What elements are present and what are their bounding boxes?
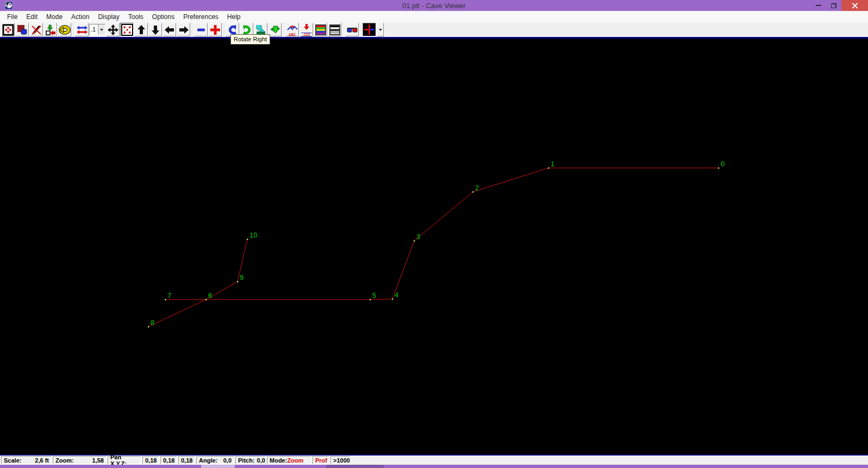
anaglyph-icon — [346, 24, 358, 36]
menu-item-preferences[interactable]: Preferences — [179, 11, 223, 22]
station-label: 7 — [167, 291, 171, 299]
menu-item-action[interactable]: Action — [67, 11, 93, 22]
pan-y-value: 0,18 — [163, 457, 174, 464]
move-down-button[interactable] — [148, 23, 162, 36]
status-zoom: Zoom: 1,58 — [53, 456, 107, 464]
mode-value: Zoom — [287, 457, 303, 464]
survey-shot — [473, 168, 548, 192]
window-title: 01.plt - Cave Viewer — [0, 2, 868, 10]
status-mode: Mode: Zoom — [267, 456, 311, 464]
bottom-strip — [0, 465, 868, 468]
pitch-label: Pitch: — [238, 457, 255, 464]
move-right-button[interactable] — [177, 23, 190, 36]
color-bands-button[interactable] — [314, 23, 327, 36]
pitch-value: 0,0 — [257, 457, 265, 464]
crosshair-button[interactable] — [363, 23, 376, 36]
station-marker — [237, 281, 238, 282]
bottom-strip-dark — [326, 465, 384, 468]
depth-value: >1000 — [333, 457, 350, 464]
pan-z-value: 0,18 — [181, 457, 192, 464]
pan-button[interactable] — [106, 23, 120, 36]
menu-item-file[interactable]: File — [3, 11, 22, 22]
shapes-button[interactable] — [15, 23, 29, 36]
move-up-button[interactable] — [134, 23, 148, 36]
elevation-labels-icon: ΔB1 — [287, 23, 298, 36]
center-icon — [121, 24, 133, 36]
down-arrow-icon — [149, 24, 161, 36]
status-pan-x: 0,18 — [142, 456, 159, 464]
app-icon — [4, 1, 13, 10]
close-icon — [852, 3, 858, 9]
close-button[interactable] — [841, 0, 868, 11]
zoom-out-button[interactable] — [194, 23, 208, 36]
stretch-horizontal-icon — [76, 24, 88, 36]
menu-item-tools[interactable]: Tools — [124, 11, 148, 22]
station-marker — [414, 240, 415, 241]
status-pan-z: 0,18 — [178, 456, 195, 464]
status-pan-y: 0,18 — [160, 456, 177, 464]
mode-label: Mode: — [270, 457, 287, 464]
app-window: 01.plt - Cave Viewer FileEditModeActionD… — [0, 0, 868, 468]
station-label: 2 — [475, 184, 479, 192]
plot-canvas[interactable]: 012345678910 — [0, 39, 868, 454]
grayscale-bands-button[interactable] — [328, 23, 341, 36]
crosshair-dropdown-button[interactable] — [377, 23, 384, 36]
scale-label: Scale: — [4, 457, 21, 464]
chevron-down-icon — [379, 29, 382, 31]
station-marker — [148, 326, 149, 327]
menu-item-options[interactable]: Options — [148, 11, 179, 22]
refresh-icon — [59, 24, 71, 36]
angle-label: Angle: — [199, 457, 217, 464]
status-profile: Prof — [313, 456, 329, 464]
survey-shot — [148, 299, 206, 327]
right-arrow-icon — [178, 24, 190, 36]
station-label: 1 — [551, 160, 554, 168]
tooltip: Rotate Right — [230, 34, 270, 45]
import-icon — [45, 24, 57, 36]
status-pitch: Pitch: 0,0 — [235, 456, 266, 464]
pan-x-value: 0,18 — [145, 457, 157, 464]
status-angle: Angle: 0,0 — [196, 456, 234, 464]
station-marker — [370, 299, 371, 300]
step-dropdown-arrow[interactable] — [98, 24, 105, 35]
delta-b1-label: ΔB1 — [287, 33, 298, 36]
step-value: .1 — [90, 24, 98, 35]
reset-view-button[interactable] — [1, 23, 15, 36]
step-dropdown[interactable]: .1 — [89, 24, 105, 35]
status-scale: Scale: 2,6 ft — [1, 456, 52, 464]
restore-button[interactable] — [826, 0, 841, 11]
station-label: 5 — [372, 291, 376, 299]
elevation-labels-button[interactable]: ΔB1 — [285, 23, 299, 36]
rotate-down-icon — [269, 24, 281, 36]
title-bar: 01.plt - Cave Viewer — [0, 0, 868, 11]
menu-item-help[interactable]: Help — [223, 11, 245, 22]
cave-plot: 012345678910 — [0, 39, 868, 454]
menu-item-display[interactable]: Display — [93, 11, 123, 22]
minimize-button[interactable] — [811, 0, 826, 11]
station-marker — [205, 299, 207, 300]
survey-shot — [414, 192, 473, 241]
station-label: 0 — [721, 160, 725, 168]
station-label: 3 — [416, 233, 420, 241]
crosshair-icon — [363, 23, 376, 36]
depth-labels-button[interactable]: -123 — [299, 23, 313, 36]
left-arrow-icon — [164, 24, 176, 36]
anaglyph-button[interactable] — [345, 23, 359, 36]
shapes-icon — [16, 24, 28, 36]
station-marker — [472, 191, 473, 192]
status-depth: >1000 — [330, 456, 350, 464]
survey-shot — [392, 241, 414, 299]
station-marker — [392, 298, 393, 299]
minus123-label: -123 — [301, 33, 312, 37]
move-left-button[interactable] — [163, 23, 176, 36]
no-edit-button[interactable] — [29, 23, 43, 36]
stretch-horizontal-button[interactable] — [75, 23, 89, 36]
menu-item-edit[interactable]: Edit — [22, 11, 42, 22]
up-arrow-icon — [135, 24, 147, 36]
plus-icon — [209, 24, 221, 36]
menu-item-mode[interactable]: Mode — [42, 11, 67, 22]
zoom-in-button[interactable] — [208, 23, 222, 36]
import-button[interactable] — [43, 23, 57, 36]
center-button[interactable] — [120, 23, 134, 36]
refresh-button[interactable] — [58, 23, 71, 36]
